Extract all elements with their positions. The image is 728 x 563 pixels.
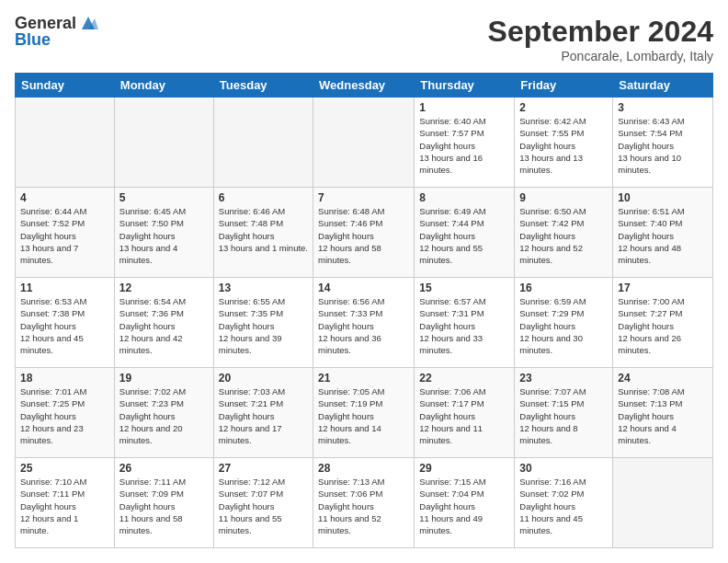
table-row: 12Sunrise: 6:54 AMSunset: 7:36 PMDayligh… [114, 278, 213, 368]
day-info: Sunrise: 7:08 AMSunset: 7:13 PMDaylight … [618, 385, 708, 446]
day-info: Sunrise: 7:01 AMSunset: 7:25 PMDaylight … [20, 385, 109, 446]
day-info: Sunrise: 6:49 AMSunset: 7:44 PMDaylight … [419, 205, 509, 266]
table-row [16, 98, 115, 188]
table-row: 9Sunrise: 6:50 AMSunset: 7:42 PMDaylight… [515, 188, 613, 278]
day-number: 16 [519, 282, 608, 294]
day-number: 23 [519, 372, 608, 385]
day-number: 25 [20, 462, 109, 475]
day-number: 30 [519, 462, 608, 475]
day-number: 20 [219, 372, 308, 385]
day-info: Sunrise: 7:02 AMSunset: 7:23 PMDaylight … [119, 385, 209, 446]
day-number: 7 [318, 191, 409, 204]
day-number: 22 [419, 372, 509, 385]
day-info: Sunrise: 6:56 AMSunset: 7:33 PMDaylight … [318, 295, 409, 356]
day-number: 27 [219, 462, 308, 475]
table-row: 22Sunrise: 7:06 AMSunset: 7:17 PMDayligh… [415, 368, 515, 458]
table-row: 20Sunrise: 7:03 AMSunset: 7:21 PMDayligh… [213, 368, 313, 458]
day-info: Sunrise: 6:43 AMSunset: 7:54 PMDaylight … [618, 115, 708, 176]
table-row: 8Sunrise: 6:49 AMSunset: 7:44 PMDaylight… [415, 188, 515, 278]
table-row: 21Sunrise: 7:05 AMSunset: 7:19 PMDayligh… [313, 368, 415, 458]
day-number: 24 [618, 372, 708, 385]
calendar-header-row: Sunday Monday Tuesday Wednesday Thursday… [16, 74, 713, 98]
table-row [313, 98, 415, 188]
calendar-week-row: 1Sunrise: 6:40 AMSunset: 7:57 PMDaylight… [16, 98, 713, 188]
day-info: Sunrise: 6:51 AMSunset: 7:40 PMDaylight … [618, 205, 708, 266]
col-sunday: Sunday [16, 74, 115, 98]
month-title: September 2024 [488, 15, 713, 49]
day-number: 21 [318, 372, 409, 385]
day-info: Sunrise: 6:59 AMSunset: 7:29 PMDaylight … [519, 295, 608, 356]
day-info: Sunrise: 7:06 AMSunset: 7:17 PMDaylight … [419, 385, 509, 446]
day-info: Sunrise: 7:03 AMSunset: 7:21 PMDaylight … [219, 385, 308, 446]
day-number: 10 [618, 191, 708, 204]
page: General Blue September 2024 Poncarale, L… [0, 0, 728, 563]
day-info: Sunrise: 6:53 AMSunset: 7:38 PMDaylight … [20, 295, 109, 356]
table-row: 29Sunrise: 7:15 AMSunset: 7:04 PMDayligh… [415, 458, 515, 548]
table-row: 24Sunrise: 7:08 AMSunset: 7:13 PMDayligh… [613, 368, 713, 458]
calendar-week-row: 25Sunrise: 7:10 AMSunset: 7:11 PMDayligh… [16, 458, 713, 548]
day-number: 19 [119, 372, 209, 385]
table-row: 6Sunrise: 6:46 AMSunset: 7:48 PMDaylight… [213, 188, 313, 278]
table-row: 10Sunrise: 6:51 AMSunset: 7:40 PMDayligh… [613, 188, 713, 278]
day-number: 9 [519, 191, 608, 204]
day-number: 6 [219, 191, 308, 204]
title-block: September 2024 Poncarale, Lombardy, Ital… [488, 15, 713, 63]
table-row: 11Sunrise: 6:53 AMSunset: 7:38 PMDayligh… [16, 278, 115, 368]
table-row [114, 98, 213, 188]
table-row: 1Sunrise: 6:40 AMSunset: 7:57 PMDaylight… [415, 98, 515, 188]
day-info: Sunrise: 6:55 AMSunset: 7:35 PMDaylight … [219, 295, 308, 356]
day-number: 4 [20, 191, 109, 204]
calendar-week-row: 11Sunrise: 6:53 AMSunset: 7:38 PMDayligh… [16, 278, 713, 368]
table-row: 15Sunrise: 6:57 AMSunset: 7:31 PMDayligh… [415, 278, 515, 368]
table-row: 17Sunrise: 7:00 AMSunset: 7:27 PMDayligh… [613, 278, 713, 368]
calendar-week-row: 4Sunrise: 6:44 AMSunset: 7:52 PMDaylight… [16, 188, 713, 278]
col-wednesday: Wednesday [313, 74, 415, 98]
day-number: 26 [119, 462, 209, 475]
day-info: Sunrise: 7:07 AMSunset: 7:15 PMDaylight … [519, 385, 608, 446]
logo-blue: Blue [15, 31, 98, 50]
table-row: 23Sunrise: 7:07 AMSunset: 7:15 PMDayligh… [515, 368, 613, 458]
day-info: Sunrise: 7:00 AMSunset: 7:27 PMDaylight … [618, 295, 708, 356]
calendar-week-row: 18Sunrise: 7:01 AMSunset: 7:25 PMDayligh… [16, 368, 713, 458]
location: Poncarale, Lombardy, Italy [488, 49, 713, 63]
day-info: Sunrise: 6:46 AMSunset: 7:48 PMDaylight … [219, 205, 308, 254]
day-info: Sunrise: 7:13 AMSunset: 7:06 PMDaylight … [318, 476, 409, 536]
table-row: 19Sunrise: 7:02 AMSunset: 7:23 PMDayligh… [114, 368, 213, 458]
day-number: 1 [419, 101, 509, 114]
table-row: 30Sunrise: 7:16 AMSunset: 7:02 PMDayligh… [515, 458, 613, 548]
table-row: 16Sunrise: 6:59 AMSunset: 7:29 PMDayligh… [515, 278, 613, 368]
col-monday: Monday [114, 74, 213, 98]
logo-icon [78, 13, 98, 33]
table-row: 18Sunrise: 7:01 AMSunset: 7:25 PMDayligh… [16, 368, 115, 458]
table-row: 14Sunrise: 6:56 AMSunset: 7:33 PMDayligh… [313, 278, 415, 368]
header: General Blue September 2024 Poncarale, L… [15, 15, 713, 63]
day-number: 13 [219, 282, 308, 294]
day-number: 18 [20, 372, 109, 385]
day-info: Sunrise: 6:50 AMSunset: 7:42 PMDaylight … [519, 205, 608, 266]
table-row: 26Sunrise: 7:11 AMSunset: 7:09 PMDayligh… [114, 458, 213, 548]
day-number: 15 [419, 282, 509, 294]
day-info: Sunrise: 7:10 AMSunset: 7:11 PMDaylight … [20, 476, 109, 536]
day-info: Sunrise: 7:05 AMSunset: 7:19 PMDaylight … [318, 385, 409, 446]
table-row: 7Sunrise: 6:48 AMSunset: 7:46 PMDaylight… [313, 188, 415, 278]
day-number: 11 [20, 282, 109, 294]
col-friday: Friday [515, 74, 613, 98]
day-info: Sunrise: 7:12 AMSunset: 7:07 PMDaylight … [219, 476, 308, 536]
day-info: Sunrise: 6:44 AMSunset: 7:52 PMDaylight … [20, 205, 109, 266]
day-number: 17 [618, 282, 708, 294]
day-number: 29 [419, 462, 509, 475]
table-row: 25Sunrise: 7:10 AMSunset: 7:11 PMDayligh… [16, 458, 115, 548]
table-row [213, 98, 313, 188]
day-number: 14 [318, 282, 409, 294]
col-tuesday: Tuesday [213, 74, 313, 98]
day-info: Sunrise: 6:45 AMSunset: 7:50 PMDaylight … [119, 205, 209, 266]
table-row [613, 458, 713, 548]
day-info: Sunrise: 6:54 AMSunset: 7:36 PMDaylight … [119, 295, 209, 356]
day-info: Sunrise: 6:42 AMSunset: 7:55 PMDaylight … [519, 115, 608, 176]
col-thursday: Thursday [415, 74, 515, 98]
table-row: 4Sunrise: 6:44 AMSunset: 7:52 PMDaylight… [16, 188, 115, 278]
day-info: Sunrise: 6:48 AMSunset: 7:46 PMDaylight … [318, 205, 409, 266]
day-number: 28 [318, 462, 409, 475]
table-row: 27Sunrise: 7:12 AMSunset: 7:07 PMDayligh… [213, 458, 313, 548]
day-info: Sunrise: 7:15 AMSunset: 7:04 PMDaylight … [419, 476, 509, 536]
